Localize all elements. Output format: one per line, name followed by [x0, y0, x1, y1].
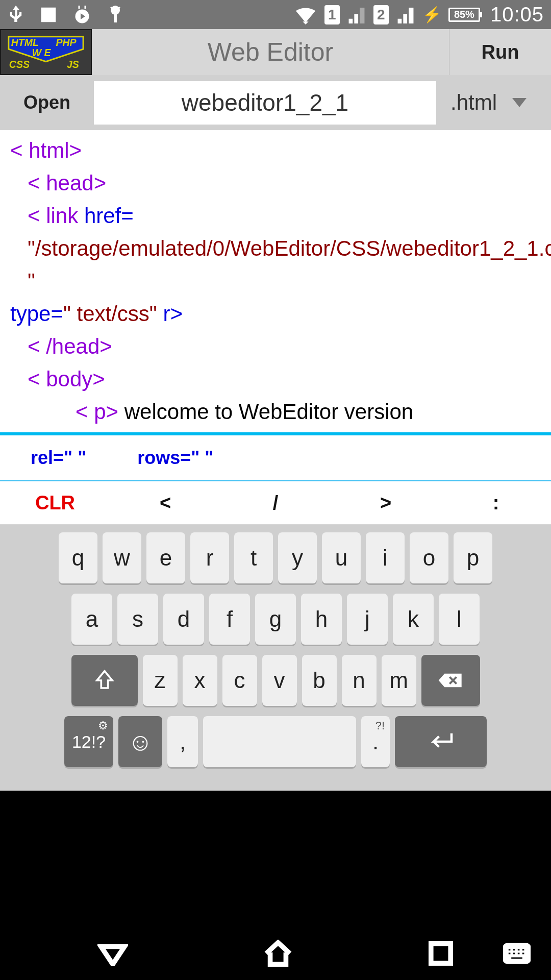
- key-x[interactable]: x: [183, 655, 217, 706]
- key-u[interactable]: u: [322, 532, 361, 583]
- home-button[interactable]: [262, 940, 294, 967]
- svg-text:CSS: CSS: [9, 59, 30, 70]
- app-title: Web Editor: [92, 29, 449, 75]
- key-d[interactable]: d: [163, 594, 204, 645]
- clock-text: 10:05: [490, 3, 544, 26]
- extension-dropdown[interactable]: .html: [436, 90, 541, 115]
- key-row-2: a s d f g h j k l: [3, 594, 548, 645]
- key-i[interactable]: i: [366, 532, 405, 583]
- usb-icon: [7, 4, 24, 26]
- system-nav-bar: [0, 927, 551, 980]
- key-v[interactable]: v: [262, 655, 297, 706]
- key-l[interactable]: l: [439, 594, 480, 645]
- code-editor[interactable]: < html> < head> < link href= "/storage/e…: [0, 130, 551, 432]
- suggestion-bar: rel=" " rows=" ": [0, 432, 551, 481]
- key-row-3: z x c v b n m: [3, 655, 548, 706]
- key-g[interactable]: g: [255, 594, 296, 645]
- key-m[interactable]: m: [382, 655, 416, 706]
- signal1-icon: [347, 6, 366, 23]
- keyboard-switch-button[interactable]: [503, 943, 531, 964]
- gear-icon: ⚙: [98, 719, 108, 732]
- svg-rect-9: [431, 944, 450, 963]
- key-row-1: q w e r t y u i o p: [3, 532, 548, 583]
- symbol-toolbar: CLR < / > :: [0, 481, 551, 525]
- back-button[interactable]: [97, 941, 128, 966]
- key-h[interactable]: h: [301, 594, 342, 645]
- colon-button[interactable]: :: [441, 492, 551, 514]
- app-logo: HTML PHP W E CSS JS: [0, 29, 92, 75]
- key-b[interactable]: b: [302, 655, 337, 706]
- key-f[interactable]: f: [209, 594, 250, 645]
- shift-key[interactable]: [71, 655, 138, 706]
- symbols-key[interactable]: ⚙ 12!?: [64, 716, 113, 767]
- key-n[interactable]: n: [342, 655, 377, 706]
- key-c[interactable]: c: [222, 655, 257, 706]
- open-button[interactable]: Open: [0, 92, 94, 113]
- key-a[interactable]: a: [71, 594, 112, 645]
- enter-icon: [427, 732, 455, 751]
- slash-button[interactable]: /: [220, 492, 331, 514]
- soft-keyboard: q w e r t y u i o p a s d f g h j k l z: [0, 525, 551, 791]
- key-w[interactable]: w: [103, 532, 141, 583]
- comma-key[interactable]: ,: [167, 716, 198, 767]
- key-q[interactable]: q: [59, 532, 97, 583]
- emoji-key[interactable]: ☺: [118, 716, 162, 767]
- backspace-key[interactable]: [421, 655, 480, 706]
- run-button[interactable]: Run: [449, 29, 551, 75]
- sim2-icon: 2: [373, 5, 389, 24]
- key-t[interactable]: t: [234, 532, 273, 583]
- recent-apps-button[interactable]: [428, 941, 454, 966]
- status-bar: 1 2 ⚡ 85% 10:05: [0, 0, 551, 29]
- key-row-4: ⚙ 12!? ☺ , ?! .: [3, 716, 548, 767]
- file-bar: Open webeditor1_2_1 .html: [0, 75, 551, 130]
- battery-icon: 85%: [448, 8, 480, 22]
- wifi-icon: [294, 5, 317, 24]
- emoji-icon: ☺: [128, 728, 153, 756]
- key-y[interactable]: y: [278, 532, 317, 583]
- backspace-icon: [438, 671, 463, 690]
- key-e[interactable]: e: [146, 532, 185, 583]
- app-header: HTML PHP W E CSS JS Web Editor Run: [0, 29, 551, 75]
- svg-rect-2: [114, 13, 117, 22]
- suggestion-item[interactable]: rel=" ": [31, 447, 86, 469]
- suggestion-item[interactable]: rows=" ": [137, 447, 213, 469]
- filename-input[interactable]: webeditor1_2_1: [94, 81, 436, 125]
- key-k[interactable]: k: [393, 594, 434, 645]
- key-s[interactable]: s: [117, 594, 158, 645]
- key-o[interactable]: o: [410, 532, 448, 583]
- chevron-down-icon: [512, 98, 527, 107]
- clear-button[interactable]: CLR: [0, 492, 110, 514]
- charging-icon: ⚡: [422, 6, 441, 23]
- android-debug-icon: [106, 4, 124, 26]
- shift-icon: [94, 669, 115, 692]
- period-key[interactable]: ?! .: [361, 716, 390, 767]
- space-key[interactable]: [203, 716, 356, 767]
- svg-text:JS: JS: [67, 59, 79, 70]
- svg-text:W   E: W E: [32, 47, 52, 58]
- signal2-icon: [396, 6, 415, 23]
- key-z[interactable]: z: [143, 655, 178, 706]
- lt-button[interactable]: <: [110, 492, 220, 514]
- picture-icon: [39, 5, 58, 24]
- enter-key[interactable]: [395, 716, 487, 767]
- key-r[interactable]: r: [190, 532, 229, 583]
- svg-rect-10: [505, 945, 529, 962]
- extension-label: .html: [450, 90, 497, 115]
- svg-text:PHP: PHP: [56, 37, 77, 48]
- key-p[interactable]: p: [454, 532, 492, 583]
- sim1-icon: 1: [324, 5, 340, 24]
- key-j[interactable]: j: [347, 594, 388, 645]
- play-badge-icon: [72, 4, 92, 26]
- gt-button[interactable]: >: [331, 492, 441, 514]
